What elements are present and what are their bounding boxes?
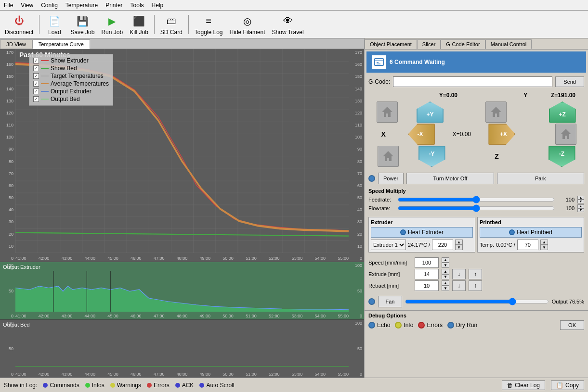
extruder-select[interactable]: Extruder 1 [371, 240, 406, 250]
feedrate-spin-down[interactable]: ▼ [577, 200, 584, 203]
flowrate-slider[interactable] [398, 204, 555, 212]
copy-button[interactable]: 📋 Copy [551, 380, 584, 390]
park-button[interactable]: Park [497, 173, 584, 184]
feedrate-spin-up[interactable]: ▲ [577, 196, 584, 200]
y-axis-left: 170 160 150 140 130 120 110 100 90 80 70… [0, 49, 15, 262]
status-errors[interactable]: Errors [147, 382, 170, 389]
jog-y-plus-button[interactable]: +Y [417, 101, 444, 123]
extrude-down-button[interactable]: ↓ [452, 269, 466, 279]
hide-filament-button[interactable]: ◎ Hide Filament [227, 12, 268, 37]
speed-param-up[interactable]: ▲ [442, 257, 449, 263]
send-button[interactable]: Send [555, 76, 584, 87]
tab-gcode-editor[interactable]: G-Code Editor [441, 39, 485, 49]
jog-y-minus-button[interactable]: -Y [418, 146, 445, 167]
info-radio[interactable] [395, 322, 402, 329]
legend-show-extruder[interactable]: ✓ Show Extruder [33, 57, 109, 64]
gcode-input[interactable] [393, 76, 552, 87]
menu-temperature[interactable]: Temperature [62, 1, 102, 10]
printbed-temp-down[interactable]: ▼ [540, 245, 548, 250]
fan-slider[interactable] [405, 298, 549, 305]
power-button[interactable]: Power [378, 173, 404, 184]
menu-tools[interactable]: Tools [127, 1, 148, 10]
jog-z-plus-button[interactable]: +Z [549, 101, 576, 123]
jog-x-minus-label: -X [417, 131, 423, 138]
speed-param-input[interactable] [415, 257, 439, 268]
retract-param-input[interactable] [415, 280, 439, 291]
heat-printbed-button[interactable]: Heat Printbed [480, 227, 582, 238]
show-travel-label: Show Travel [272, 29, 304, 36]
fan-button[interactable]: Fan [378, 296, 402, 307]
sd-card-button[interactable]: 🗃 SD Card [157, 12, 185, 37]
printbed-temp-spinner: ▲ ▼ [540, 240, 548, 250]
home-y-button[interactable] [485, 101, 507, 123]
printbed-temp-target[interactable] [517, 240, 538, 250]
heat-extruder-button[interactable]: Heat Extruder [371, 227, 473, 238]
legend-show-bed[interactable]: ✓ Show Bed [33, 65, 109, 72]
printbed-temp-row: Temp. 0.00°C / ▲ ▼ [480, 240, 582, 250]
legend-average-temp[interactable]: ✓ Average Temperatures [33, 80, 109, 87]
speed-param-down[interactable]: ▼ [442, 263, 449, 268]
jog-x-minus-button[interactable]: -X [408, 124, 435, 145]
tab-object-placement[interactable]: Object Placement [365, 39, 417, 49]
echo-radio[interactable] [368, 322, 375, 329]
show-travel-button[interactable]: 👁 Show Travel [269, 12, 307, 37]
printbed-title: Printbed [480, 219, 582, 225]
printbed-temp-up[interactable]: ▲ [540, 240, 548, 245]
home-x-button[interactable] [377, 101, 398, 123]
retract-down-button[interactable]: ↓ [452, 280, 466, 291]
extruder-temp-target[interactable] [432, 240, 453, 250]
menu-help[interactable]: Help [148, 1, 168, 10]
extrude-param-down[interactable]: ▼ [442, 274, 449, 279]
load-button[interactable]: 📄 Load [42, 12, 66, 37]
tab-manual-control[interactable]: Manual Control [485, 39, 532, 49]
toggle-log-button[interactable]: ≡ Toggle Log [192, 12, 226, 37]
extrude-param-input[interactable] [415, 269, 439, 279]
legend-target-temp[interactable]: ✓ Target Temperatures [33, 73, 109, 79]
run-job-icon: ▶ [105, 13, 120, 29]
legend-output-extruder[interactable]: ✓ Output Extruder [33, 88, 109, 95]
run-job-button[interactable]: ▶ Run Job [98, 12, 126, 37]
retract-up-button[interactable]: ↑ [469, 280, 482, 291]
extruder-temp-down[interactable]: ▼ [455, 245, 463, 250]
status-auto-scroll[interactable]: Auto Scroll [199, 382, 234, 389]
extrude-up-button[interactable]: ↑ [469, 269, 482, 279]
heat-extruder-label: Heat Extruder [408, 229, 444, 236]
status-ack[interactable]: ACK [175, 382, 194, 389]
jog-z-minus-button[interactable]: -Z [549, 146, 575, 167]
save-job-button[interactable]: 💾 Save Job [67, 12, 97, 37]
flowrate-spin-up[interactable]: ▲ [577, 204, 584, 208]
right-panel: Object Placement Slicer G-Code Editor Ma… [364, 38, 588, 378]
info-label: Info [404, 322, 413, 329]
status-warnings[interactable]: Warnings [110, 382, 141, 389]
home-all-button[interactable] [378, 146, 399, 167]
home-z-button[interactable] [555, 124, 576, 145]
tab-slicer[interactable]: Slicer [417, 39, 441, 49]
status-commands[interactable]: Commands [43, 382, 79, 389]
ok-button[interactable]: OK [560, 320, 584, 330]
kill-job-button[interactable]: ⬛ Kill Job [127, 12, 151, 37]
show-travel-icon: 👁 [280, 13, 296, 29]
errors-radio[interactable] [418, 322, 425, 329]
extrude-param-up[interactable]: ▲ [442, 269, 449, 274]
menu-view[interactable]: View [17, 1, 37, 10]
menu-file[interactable]: File [0, 1, 17, 10]
disconnect-button[interactable]: ⏻ Disconnect [2, 12, 36, 37]
clear-log-button[interactable]: 🗑 Clear Log [502, 380, 545, 390]
feedrate-slider[interactable] [398, 196, 555, 203]
menu-config[interactable]: Config [37, 1, 62, 10]
flowrate-spin-down[interactable]: ▼ [577, 208, 584, 212]
tab-3d-view[interactable]: 3D View [0, 39, 32, 49]
menu-printer[interactable]: Printer [102, 1, 126, 10]
flowrate-value: 100 [558, 205, 575, 211]
turn-motor-off-button[interactable]: Turn Motor Off [406, 173, 494, 184]
extruder-title: Extruder [371, 219, 473, 225]
tab-temperature-curve[interactable]: Temperature Curve [32, 39, 90, 49]
retract-param-up[interactable]: ▲ [442, 280, 449, 286]
jog-x-plus-button[interactable]: +X [488, 124, 515, 145]
extruder-temp-up[interactable]: ▲ [455, 240, 463, 245]
status-infos[interactable]: Infos [85, 382, 105, 389]
dry-run-radio[interactable] [447, 322, 454, 329]
fan-output-label: Output 76.5% [552, 299, 584, 304]
retract-param-down[interactable]: ▼ [442, 286, 449, 291]
legend-output-bed[interactable]: ✓ Output Bed [33, 96, 109, 102]
